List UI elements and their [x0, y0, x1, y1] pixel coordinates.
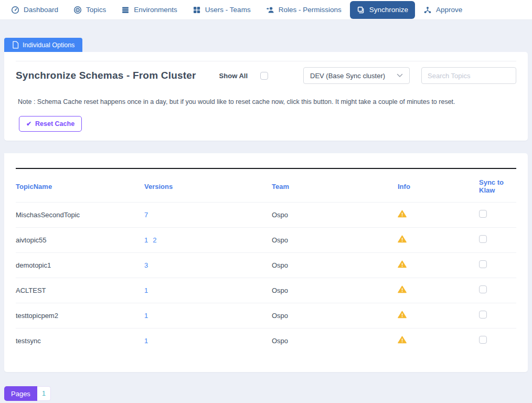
- version-link[interactable]: 1: [144, 312, 148, 320]
- team-name: Ospo: [272, 303, 398, 328]
- version-link[interactable]: 1: [144, 337, 148, 345]
- nav-item-approve[interactable]: Approve: [417, 1, 469, 19]
- topics-icon: [73, 6, 82, 14]
- table-body: MischasSecondTopic 7 Ospo aivtopic55 12 …: [16, 203, 516, 354]
- warning-icon[interactable]: [398, 235, 407, 243]
- warning-icon[interactable]: [398, 260, 407, 268]
- version-link[interactable]: 2: [153, 236, 156, 244]
- reset-cache-button[interactable]: ✔ Reset Cache: [19, 116, 82, 132]
- column-header-info: Info: [398, 169, 479, 203]
- nav-item-label: Users - Teams: [205, 6, 251, 14]
- show-all-group: Show All: [219, 72, 268, 80]
- schemas-table: TopicName Versions Team Info Sync to Kla…: [16, 169, 516, 353]
- show-all-checkbox[interactable]: [260, 72, 268, 80]
- nav-item-label: Dashboard: [24, 6, 58, 14]
- table-header-row: TopicName Versions Team Info Sync to Kla…: [16, 169, 516, 203]
- version-links: 1: [144, 303, 272, 328]
- sync-schemas-panel: Synchronize Schemas - From Cluster Show …: [4, 52, 528, 141]
- warning-icon[interactable]: [398, 285, 407, 293]
- column-header-versions: Versions: [144, 169, 272, 203]
- sync-to-klaw-checkbox[interactable]: [479, 311, 487, 319]
- pagination: Pages 1: [4, 386, 532, 401]
- table-row: ACLTEST 1 Ospo: [16, 278, 516, 303]
- team-name: Ospo: [272, 328, 398, 354]
- topic-name: demotopic1: [16, 253, 144, 278]
- cluster-select[interactable]: DEV (Base Sync cluster): [303, 67, 410, 84]
- topic-name: testsync: [16, 328, 144, 354]
- nav-item-label: Topics: [86, 6, 106, 14]
- schemas-table-panel: TopicName Versions Team Info Sync to Kla…: [4, 153, 528, 372]
- table-row: MischasSecondTopic 7 Ospo: [16, 203, 516, 228]
- check-icon: ✔: [26, 121, 31, 127]
- page-number-list: 1: [37, 386, 51, 401]
- reset-cache-label: Reset Cache: [35, 120, 75, 128]
- cluster-select-value: DEV (Base Sync cluster): [310, 72, 385, 80]
- warning-icon[interactable]: [398, 210, 407, 218]
- synchronize-icon: [357, 6, 365, 14]
- nav-item-synchronize[interactable]: Synchronize: [350, 1, 415, 19]
- search-topics-input[interactable]: [421, 67, 516, 84]
- team-name: Ospo: [272, 203, 398, 228]
- warning-icon[interactable]: [398, 311, 407, 319]
- sync-to-klaw-checkbox[interactable]: [479, 210, 487, 218]
- version-link[interactable]: 7: [144, 211, 148, 219]
- topic-name: MischasSecondTopic: [16, 203, 144, 228]
- column-header-topicname: TopicName: [16, 169, 144, 203]
- column-header-sync-to-klaw: Sync to Klaw: [479, 169, 516, 203]
- topic-name: aivtopic55: [16, 228, 144, 253]
- approve-icon: [423, 6, 432, 14]
- cache-reset-note: Note : Schema Cache reset happens once i…: [18, 98, 516, 105]
- users-teams-icon: [193, 6, 201, 14]
- version-link[interactable]: 1: [144, 236, 148, 244]
- sync-to-klaw-checkbox[interactable]: [479, 285, 487, 293]
- show-all-label: Show All: [219, 72, 248, 80]
- nav-item-roles-permissions[interactable]: Roles - Permissions: [259, 1, 348, 19]
- pages-button[interactable]: Pages: [4, 386, 37, 401]
- nav-item-label: Environments: [134, 6, 177, 14]
- sync-to-klaw-checkbox[interactable]: [479, 260, 487, 268]
- nav-item-dashboard[interactable]: Dashboard: [4, 1, 65, 19]
- version-links: 1: [144, 328, 272, 354]
- topic-name: testtopicpem2: [16, 303, 144, 328]
- sync-to-klaw-checkbox[interactable]: [479, 235, 487, 243]
- topic-name: ACLTEST: [16, 278, 144, 303]
- table-row: testtopicpem2 1 Ospo: [16, 303, 516, 328]
- table-row: demotopic1 3 Ospo: [16, 253, 516, 278]
- team-name: Ospo: [272, 278, 398, 303]
- nav-item-topics[interactable]: Topics: [67, 1, 113, 19]
- nav-item-label: Synchronize: [369, 6, 408, 14]
- tab-label: Individual Options: [23, 41, 75, 49]
- roles-permissions-icon: [266, 6, 274, 14]
- team-name: Ospo: [272, 253, 398, 278]
- version-link[interactable]: 1: [144, 287, 148, 294]
- chevron-down-icon: [397, 73, 403, 78]
- table-row: testsync 1 Ospo: [16, 328, 516, 354]
- panel-divider: [16, 61, 516, 61]
- nav-item-label: Roles - Permissions: [279, 6, 342, 14]
- nav-item-environments[interactable]: Environments: [114, 1, 184, 19]
- table-row: aivtopic55 12 Ospo: [16, 228, 516, 253]
- dashboard-icon: [11, 6, 19, 14]
- environments-icon: [121, 6, 130, 14]
- nav-item-users-teams[interactable]: Users - Teams: [186, 1, 258, 19]
- sync-to-klaw-checkbox[interactable]: [479, 336, 487, 344]
- version-links: 12: [144, 228, 272, 253]
- version-links: 7: [144, 203, 272, 228]
- version-links: 3: [144, 253, 272, 278]
- version-links: 1: [144, 278, 272, 303]
- top-navigation: Dashboard Topics Environments Users - Te…: [0, 0, 532, 20]
- tab-individual-options[interactable]: Individual Options: [4, 38, 82, 52]
- version-link[interactable]: 3: [144, 261, 148, 269]
- document-icon: [12, 41, 19, 49]
- warning-icon[interactable]: [398, 336, 407, 344]
- team-name: Ospo: [272, 228, 398, 253]
- column-header-team: Team: [272, 169, 398, 203]
- page-number-button[interactable]: 1: [37, 386, 51, 401]
- nav-item-label: Approve: [436, 6, 462, 14]
- page-title: Synchronize Schemas - From Cluster: [16, 70, 196, 81]
